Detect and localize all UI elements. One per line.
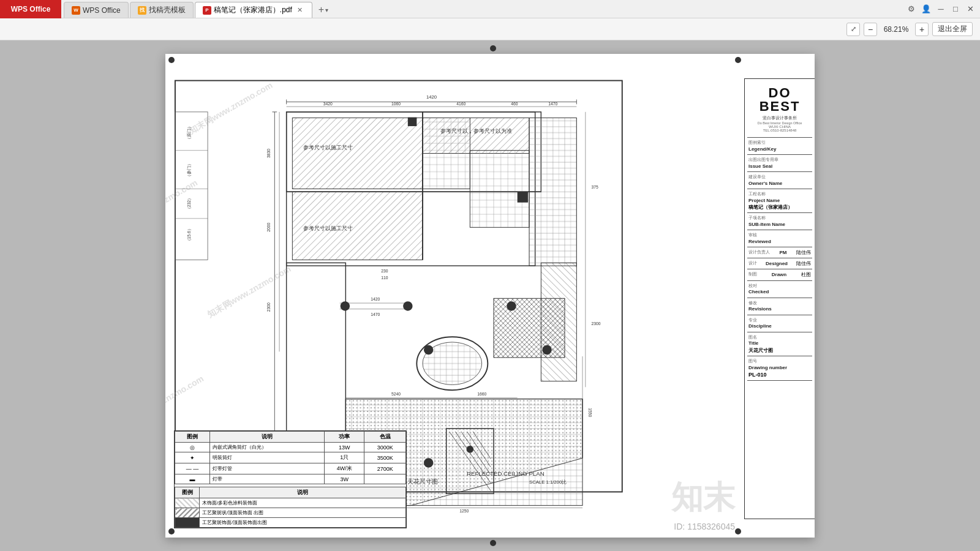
owner-en: Owner's Name <box>748 180 811 187</box>
project-label: 工程名称 <box>748 191 811 197</box>
legend-desc-1: 内嵌式调角筒灯（白光） <box>209 443 324 452</box>
legend-desc-3: 灯带灯管 <box>209 463 324 474</box>
svg-rect-16 <box>423 118 469 188</box>
svg-text:230: 230 <box>381 269 388 273</box>
svg-rect-24 <box>518 192 528 202</box>
pdf-page: 知末网www.znzmo.com znzmo.com 知末网www.znzmo.… <box>165 54 815 538</box>
reviewed-en: Reviewed <box>748 238 811 245</box>
zoom-out-icon: − <box>868 24 873 34</box>
zoom-out-button[interactable]: − <box>864 23 877 36</box>
discipline-label: 专业 <box>748 317 811 323</box>
checked-en: Checked <box>748 288 811 295</box>
designed-en: Designed <box>766 260 788 267</box>
legend2-desc-2: 工艺聚斑状/顶面装饰面 出图 <box>200 508 406 518</box>
svg-point-37 <box>424 458 433 467</box>
svg-text:参考尺寸以施工尺寸: 参考尺寸以施工尺寸 <box>303 144 353 151</box>
legend-color-3: 2700K <box>364 463 406 474</box>
fit-page-button[interactable]: ⤢ <box>846 23 860 36</box>
legend-row-3: — — 灯带灯管 4W/米 2700K <box>175 463 406 474</box>
legend-desc-4: 灯带 <box>209 474 324 484</box>
svg-point-35 <box>424 345 433 354</box>
designed-label: 设计 <box>748 260 757 267</box>
legend2-desc-1: 木饰面/多彩色涂料装饰面 <box>200 498 406 508</box>
legend-power-2: 1只 <box>324 452 364 463</box>
svg-text:1250: 1250 <box>459 509 469 513</box>
legend-label: 图例索引 <box>748 140 811 146</box>
maximize-button[interactable]: □ <box>951 4 960 14</box>
logo-best-text: BEST <box>750 100 810 113</box>
svg-text:2300: 2300 <box>592 321 601 326</box>
tab-add-icon: + <box>318 4 324 15</box>
svg-rect-95 <box>175 112 208 260</box>
tab-templates[interactable]: 找 找稿壳模板 <box>130 2 194 18</box>
legend-color-4 <box>364 474 406 484</box>
project-row: 工程名称 Project Name 稿笔记（张家港店） <box>747 189 812 213</box>
legend-power-4: 3W <box>324 474 364 484</box>
tab-wps[interactable]: W WPS Office <box>64 2 129 18</box>
company-tel: TEL:0510-82514848 <box>750 129 810 132</box>
minimize-button[interactable]: ─ <box>936 4 946 14</box>
pm-value: 陆佳伟 <box>796 249 811 256</box>
svg-text:1660: 1660 <box>477 392 486 396</box>
zoom-in-button[interactable]: + <box>915 23 929 36</box>
drawing-number-row: 图号 Drawing number PL-010 <box>747 356 812 381</box>
title-block: DO BEST 竖白事设计事务所 Do Best Interior Design… <box>744 78 815 519</box>
issue-seal-en: Issue Seal <box>748 163 811 170</box>
svg-rect-25 <box>287 263 346 458</box>
tab-close-button[interactable]: ✕ <box>296 6 304 15</box>
pm-en: PM <box>780 249 787 256</box>
title-label: 图名 <box>748 334 811 340</box>
tab-wps-label: WPS Office <box>83 6 121 15</box>
svg-text:5240: 5240 <box>391 392 401 396</box>
designed-value: 陆佳伟 <box>796 260 811 267</box>
svg-text:1420: 1420 <box>426 94 437 100</box>
svg-point-36 <box>542 345 551 354</box>
svg-text:参考尺寸以施工尺寸: 参考尺寸以施工尺寸 <box>303 225 353 231</box>
drawing-num-label: 图号 <box>748 358 811 364</box>
project-en: Project Name <box>748 197 811 204</box>
legend2-icon-1 <box>175 498 200 508</box>
legend2-icon-2 <box>175 508 200 518</box>
corner-dot-tr <box>735 57 741 63</box>
legend-icon-3: — — <box>175 463 210 474</box>
fit-icon: ⤢ <box>851 25 856 33</box>
checked-row: 校对 Checked <box>747 281 812 298</box>
owner-label: 建设单位 <box>748 174 811 180</box>
svg-text:1060: 1060 <box>391 102 401 106</box>
legend-col-color: 色温 <box>364 432 406 443</box>
exit-fullscreen-button[interactable]: 退出全屏 <box>932 22 973 36</box>
settings-button[interactable]: ⚙ <box>907 4 916 14</box>
legend-color-2: 3500K <box>364 452 406 463</box>
sub-item-label: 子项名称 <box>748 215 811 221</box>
close-button[interactable]: ✕ <box>965 4 975 14</box>
drawn-value: 杜图 <box>801 271 811 278</box>
legend-row-1: ◎ 内嵌式调角筒灯（白光） 13W 3000K <box>175 443 406 452</box>
legend-power-1: 13W <box>324 443 364 452</box>
id-text: ID: 1158326045 <box>674 522 735 531</box>
pm-label: 设计负责人 <box>748 249 770 256</box>
issue-seal-row: 出图出图专用章 Issue Seal <box>747 155 812 172</box>
svg-text:（原门）: （原门） <box>187 124 192 141</box>
drawing-num-value: PL-010 <box>748 371 811 379</box>
tab-add-button[interactable]: + ▾ <box>314 2 333 18</box>
company-logo: DO BEST 竖白事设计事务所 Do Best Interior Design… <box>747 81 812 138</box>
legend-icon-2: ✦ <box>175 452 210 463</box>
svg-text:（参门）: （参门） <box>187 162 192 179</box>
zoom-in-icon: + <box>919 24 924 34</box>
wps-logo-button[interactable]: WPS Office <box>0 0 61 18</box>
account-button[interactable]: 👤 <box>921 4 931 14</box>
title-value: 天花尺寸图 <box>748 347 811 354</box>
pm-row: 设计负责人 PM 陆佳伟 <box>747 247 812 258</box>
tabs-area: W WPS Office 找 找稿壳模板 P 稿笔记（张家港店）.pdf ✕ +… <box>61 0 907 18</box>
svg-text:3420: 3420 <box>323 102 333 106</box>
svg-text:3830: 3830 <box>266 149 271 158</box>
tab-pdf[interactable]: P 稿笔记（张家港店）.pdf ✕ <box>195 2 312 18</box>
svg-point-33 <box>403 301 412 310</box>
svg-rect-23 <box>408 118 417 127</box>
title-en: Title <box>748 340 811 347</box>
legend2-row-3: 工艺聚斑饰面/顶面装饰面出图 <box>175 518 406 528</box>
svg-rect-19 <box>470 151 529 228</box>
sub-item-en: SUB-Item Name <box>748 221 811 228</box>
drawing-num-en: Drawing number <box>748 364 811 371</box>
issue-seal-label: 出图出图专用章 <box>748 157 811 163</box>
